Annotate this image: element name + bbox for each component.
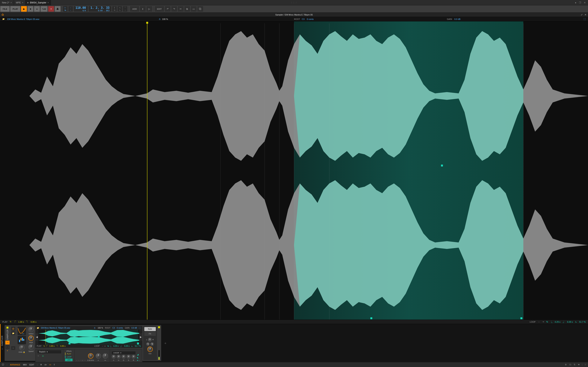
pitch-knob[interactable] [28, 335, 34, 341]
close-icon[interactable]: × [47, 1, 49, 4]
device-loop-len[interactable]: 51.7 % [135, 345, 141, 347]
mixer-icon[interactable]: ⫴ [140, 6, 146, 12]
power-icon[interactable]: ⏻ [11, 327, 15, 331]
add-layer-icon[interactable]: ＋ [11, 346, 15, 350]
play-button[interactable]: ▶ [21, 6, 27, 12]
maximize-icon[interactable]: ❐ [579, 1, 581, 4]
device-play-end[interactable]: 6.86 s [60, 345, 65, 347]
loop-length-value[interactable]: 51.7 % [579, 321, 586, 323]
controllers-icon[interactable]: ⎍ [585, 363, 586, 366]
filter-hp-icon[interactable]: ¬ [80, 359, 81, 361]
loop-start-handle[interactable] [370, 317, 372, 319]
position-display[interactable]: 1. 2. 3. 33 0:00 . 863 [89, 6, 111, 12]
device-loop-end-handle[interactable] [137, 342, 139, 344]
loop-end-value[interactable]: 6.09 s [567, 321, 573, 323]
aux2-knob[interactable] [150, 342, 154, 346]
view-edit[interactable]: EDIT [29, 364, 34, 366]
power-icon[interactable]: ⏻ [1, 13, 4, 16]
add-before-icon[interactable]: ＋ [1, 347, 3, 350]
env-h-knob[interactable] [117, 355, 121, 359]
tab-new2[interactable]: New 2* × [0, 0, 14, 5]
envelope-curve-display[interactable]: ●→ [17, 327, 26, 335]
env-shape-lin-icon[interactable]: ◢ [137, 353, 140, 356]
fx-tab[interactable]: FX [144, 332, 156, 336]
record-button[interactable]: ● [34, 6, 40, 12]
browser-panel-icon[interactable]: 🗀 [569, 363, 571, 366]
overdub-button[interactable]: ＋ [48, 6, 54, 12]
studio-panel-icon[interactable]: ⇅ [574, 363, 575, 366]
output-active-indicator[interactable] [158, 326, 160, 328]
edit-button[interactable]: EDIT [155, 6, 164, 12]
crop-icon[interactable]: ⛶ [584, 18, 586, 20]
device-loop-end[interactable]: 6.09 s [124, 345, 130, 347]
device-loop-start-handle[interactable] [69, 342, 70, 344]
zoom-icon[interactable]: ⫛ [94, 327, 96, 329]
detail-editor-icon[interactable]: ▭ [49, 363, 51, 366]
offset-len-button[interactable]: LEN [65, 359, 73, 361]
project-panel-icon[interactable]: 🗎 [565, 363, 567, 366]
env-mode-dropdown[interactable]: AHDSR▾ [112, 351, 136, 354]
modulation-icon[interactable]: ✦ [7, 350, 8, 352]
device-play-start[interactable]: 1.68 s [49, 345, 55, 347]
root-cents[interactable]: 0 cents [307, 18, 313, 20]
groove-toggle[interactable]: ∿∿ [118, 6, 122, 12]
transport-options[interactable]: ◦◦ [68, 6, 73, 12]
view-mix[interactable]: MIX [23, 364, 27, 366]
filter-freq-knob[interactable] [88, 353, 93, 359]
ram-icon[interactable]: ▤ [42, 355, 44, 357]
filter-env-knob[interactable] [103, 353, 108, 359]
out-knob[interactable] [147, 347, 153, 352]
device-zoom[interactable]: 100 % [98, 327, 103, 329]
close-icon[interactable]: ✕ [585, 13, 587, 16]
device-loop-mid-handle[interactable] [98, 336, 100, 338]
folder-icon[interactable]: 📁 [2, 18, 5, 20]
browse-icon[interactable]: 📁 [11, 331, 15, 335]
device-chain-icon[interactable]: ᔖ [45, 363, 46, 366]
record-indicator-icon[interactable]: ● [575, 1, 576, 4]
env-r-knob[interactable] [132, 355, 136, 359]
print-button[interactable]: 🖶 [55, 6, 61, 12]
mixer-panel-icon[interactable]: ⫴ [54, 363, 55, 366]
folder-icon[interactable]: 📁 [37, 327, 39, 329]
popout-icon[interactable]: ⤢ [581, 13, 583, 16]
device-loop-start[interactable]: 4.29 s [113, 345, 119, 347]
play-repeat-icon[interactable]: ↻ [10, 321, 11, 323]
play-start-handle[interactable] [146, 22, 148, 24]
loop-forward-icon[interactable]: ⇥ [542, 321, 544, 323]
device-filename[interactable]: EM Mvoc Mantra E 70bpm 05.wav [41, 327, 70, 329]
device-view-icon[interactable]: ▭ [5, 341, 9, 344]
fill-toggle[interactable]: ⌒⌒ [123, 6, 128, 12]
add-device-button[interactable]: ＋ [162, 324, 169, 362]
next-sample-button[interactable]: ▶ [139, 333, 142, 341]
aux1-knob[interactable] [146, 342, 150, 346]
undo-button[interactable]: ↶ [165, 6, 171, 12]
filter-notch-icon[interactable]: ∪ [82, 359, 83, 361]
glide-knob[interactable] [19, 345, 25, 350]
metronome-toggle[interactable]: □◦⇆ [63, 6, 68, 12]
cut-button[interactable]: ✂ [178, 6, 183, 12]
tab-bws4-sampler[interactable]: ▶ BWS4_Sampler × [26, 0, 51, 5]
play-start-value[interactable]: 1.68 s [18, 321, 24, 323]
filter-res-knob[interactable] [96, 353, 101, 359]
env-loop-icon[interactable]: ●→ [137, 359, 140, 361]
pan-knob[interactable] [148, 338, 152, 342]
punch-in-toggle[interactable]: ↧⟲ [112, 6, 117, 12]
device-expand-icon[interactable]: ⋮⋮ [5, 345, 9, 349]
offset-play-button[interactable]: PLAY [65, 352, 73, 355]
root-note[interactable]: C3 [302, 18, 304, 20]
close-window-icon[interactable]: ✕ [584, 1, 586, 4]
add-button[interactable]: ADD [130, 6, 139, 12]
root-note[interactable]: C3 [112, 327, 115, 329]
filter-freq-value[interactable]: 2.25 kHz [87, 359, 94, 361]
play-end-value[interactable]: 6.86 s [31, 321, 36, 323]
select-knob[interactable] [28, 327, 34, 332]
env-d-knob[interactable] [122, 355, 126, 359]
gain-value[interactable]: 0.0 dB [454, 18, 460, 20]
play-label-button[interactable]: PLAY [10, 6, 20, 12]
paste-button[interactable]: ▭ [191, 6, 197, 12]
env-a-knob[interactable] [112, 355, 116, 359]
view-arrange[interactable]: ARRANGE [10, 364, 20, 366]
stop-button[interactable]: ■ [27, 6, 33, 12]
sample-filename[interactable]: EM Mvoc Mantra E 70bpm 05.wav [7, 18, 39, 20]
loop-end-handle[interactable] [520, 317, 522, 319]
